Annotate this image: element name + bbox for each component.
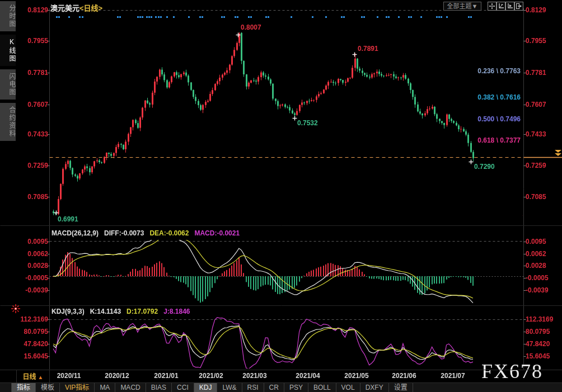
date-label: 2021/01 (148, 372, 184, 380)
price-annotation-2: 0.7532 (297, 120, 318, 127)
toolbar-item-7[interactable]: KDJ (194, 383, 218, 392)
date-label: 2021/06 (386, 372, 422, 380)
chart-type-sidebar: 分时图K线图闪电图合约资料 (0, 0, 16, 141)
price-axis-label: 0.8129 (526, 6, 560, 14)
date-label: 2020/11 (51, 372, 87, 380)
price-axis-label: 0.7085 (526, 193, 560, 201)
chart-canvas[interactable] (0, 0, 562, 392)
macd-axis-label: 0.0095 (17, 238, 48, 245)
toolbar-item-10[interactable]: CR (264, 383, 284, 392)
toolbar-item-13[interactable]: VOL (336, 383, 360, 392)
price-axis-label: 0.7433 (526, 130, 560, 138)
date-label: 2021/05 (339, 372, 374, 380)
fib-level-label-3: 0.618 \ 0.7377 (442, 136, 521, 144)
toolbar-item-0[interactable]: 指标 (11, 383, 36, 392)
macd-axis-label: 0.0028 (526, 262, 560, 270)
macd-axis-label: -0.0005 (17, 274, 48, 282)
theme-dropdown[interactable]: 全部主题▼ (443, 2, 481, 11)
sidebar-item-0[interactable]: 分时图 (0, 1, 16, 31)
date-label: 2020/12 (99, 372, 135, 380)
indicator-toolbar: 指标模板VIP指标MAMACDBIASCCIKDJLW&RSICRPSYBOLL… (0, 382, 562, 392)
period-arrow-icon: ▲ (38, 374, 44, 380)
page-title: 澳元美元<日线> (50, 2, 102, 13)
macd-axis-label: 0.0028 (17, 262, 48, 270)
kdj-title: KDJ(9,3,3) (51, 308, 85, 315)
sidebar-item-1[interactable]: K线图 (0, 35, 16, 66)
macd-macd-value: MACD:-0.0021 (194, 229, 240, 237)
date-label: 2021/03 (237, 372, 273, 380)
toolbar-item-15[interactable]: 设置 (389, 383, 413, 392)
price-axis-label: 0.7607 (526, 101, 560, 108)
price-axis-label: 0.7781 (526, 69, 560, 77)
date-label: 2021/07 (435, 372, 471, 380)
tool-marker-icon[interactable] (11, 304, 20, 313)
kdj-axis-label: 15.6045 (526, 352, 560, 360)
price-axis-label: 0.7607 (17, 101, 48, 108)
fx-chart-app: 分时图K线图闪电图合约资料 澳元美元<日线> 全部主题▼ MACD(26,12,… (0, 0, 562, 392)
kdj-header: KDJ(9,3,3)K:14.1143D:17.0792J:8.1846 (51, 308, 196, 315)
macd-axis-label: 0.0095 (526, 238, 560, 245)
price-annotation-1: 0.7891 (358, 45, 378, 53)
macd-axis-label: -0.0005 (526, 274, 560, 282)
date-label: 2021/04 (290, 372, 326, 380)
kdj-axis-label: 47.8420 (526, 340, 560, 348)
macd-title: MACD(26,12,9) (51, 229, 99, 237)
macd-dea-value: DEA:-0.0062 (149, 229, 189, 237)
toolbar-item-12[interactable]: BOLL (308, 383, 336, 392)
kdj-j-value: J:8.1846 (163, 308, 190, 315)
macd-header: MACD(26,12,9)DIFF:-0.0073DEA:-0.0062MACD… (51, 229, 245, 237)
date-label: 2021/02 (193, 372, 229, 380)
toolbar-item-9[interactable]: RSI (242, 383, 264, 392)
toolbar-item-5[interactable]: BIAS (146, 383, 172, 392)
price-axis-label: 0.7085 (17, 193, 48, 201)
macd-axis-label: 0.0062 (17, 250, 48, 258)
price-axis-label: 0.7259 (17, 162, 48, 169)
toolbar-item-8[interactable]: LW& (217, 383, 242, 392)
period-tag: <日线> (79, 4, 102, 12)
macd-axis-label: 0.0062 (526, 250, 560, 258)
price-axis-label: 0.8129 (17, 6, 48, 14)
fib-level-label-1: 0.382 \ 0.7616 (442, 93, 521, 101)
price-axis-label: 0.7433 (17, 130, 48, 138)
kdj-axis-label: 112.3169 (526, 315, 560, 323)
sidebar-item-3[interactable]: 合约资料 (0, 103, 16, 141)
price-annotation-4: 0.6991 (58, 216, 78, 223)
macd-axis-label: -0.0039 (526, 286, 560, 294)
kdj-axis-label: 112.3169 (17, 315, 48, 323)
axis-play-icon[interactable] (505, 2, 514, 11)
macd-axis-label: -0.0039 (17, 286, 48, 294)
price-axis-label: 0.7955 (17, 37, 48, 45)
period-selector[interactable]: 日线▲ (16, 370, 50, 382)
price-axis-label: 0.7259 (526, 162, 560, 169)
toolbar-item-1[interactable]: 模板 (36, 383, 60, 392)
kdj-axis-label: 47.8420 (17, 340, 48, 348)
price-annotation-0: 0.8007 (241, 24, 261, 31)
exit-window-icon[interactable] (514, 2, 523, 11)
sidebar-item-2[interactable]: 闪电图 (0, 69, 16, 100)
toolbar-item-3[interactable]: MA (95, 383, 115, 392)
kdj-axis-label: 80.0795 (17, 328, 48, 336)
toolbar-item-6[interactable]: CCI (172, 383, 194, 392)
price-axis-label: 0.7781 (17, 69, 48, 77)
pan-icon[interactable] (488, 2, 497, 11)
fib-level-label-2: 0.500 \ 0.7496 (442, 115, 521, 123)
macd-diff-value: DIFF:-0.0073 (104, 229, 144, 237)
kdj-k-value: K:14.1143 (90, 308, 121, 315)
axis-zoom-icon[interactable] (497, 2, 505, 11)
toolbar-item-2[interactable]: VIP指标 (60, 383, 95, 392)
kdj-d-value: D:17.0792 (127, 308, 158, 315)
kdj-axis-label: 80.0795 (526, 328, 560, 336)
fib-level-label-0: 0.236 \ 0.7763 (442, 67, 521, 75)
price-axis-label: 0.7955 (526, 37, 560, 45)
kdj-axis-label: 15.6045 (17, 352, 48, 360)
price-annotation-3: 0.7290 (474, 163, 495, 171)
toolbar-item-4[interactable]: MACD (115, 383, 146, 392)
toolbar-item-14[interactable]: DXFY (360, 383, 389, 392)
symbol-name: 澳元美元 (50, 4, 79, 12)
toolbar-item-11[interactable]: PSY (284, 383, 308, 392)
period-label: 日线 (23, 373, 36, 381)
